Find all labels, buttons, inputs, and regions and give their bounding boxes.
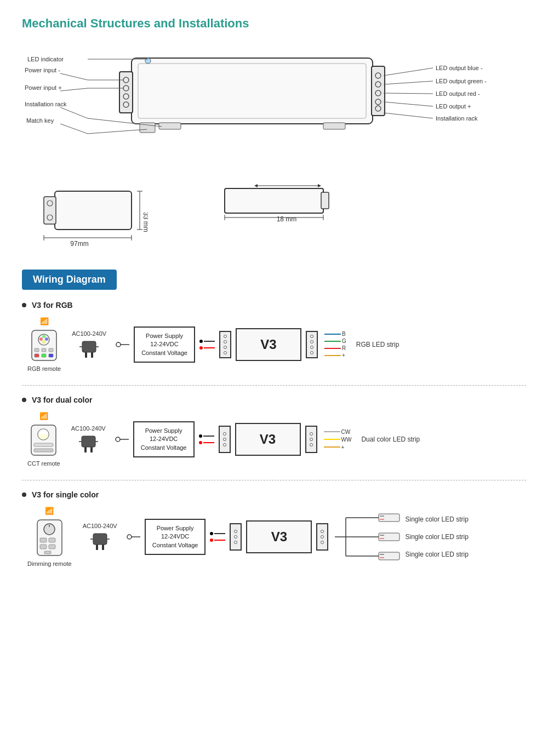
ps-box-dual: Power Supply 12-24VDC Constant Voltage [133, 421, 195, 457]
svg-text:LED output red -: LED output red - [436, 90, 480, 97]
svg-text:18 mm: 18 mm [277, 215, 297, 223]
svg-rect-113 [379, 514, 399, 522]
svg-rect-102 [102, 545, 104, 550]
rgb-remote-label: RGB remote [27, 365, 61, 372]
svg-rect-96 [49, 538, 55, 542]
dimension-views: 97mm 33 mm 18 mm [38, 180, 526, 253]
circuit-dual-row: 📶 CCT remote AC100-240V [22, 412, 526, 467]
v3-box-single: V3 [246, 520, 312, 553]
mechanical-svg: LED indicator Power input - Power input … [22, 42, 537, 168]
svg-point-67 [42, 340, 45, 343]
svg-rect-99 [44, 551, 51, 554]
svg-line-29 [60, 124, 88, 134]
svg-text:33 mm: 33 mm [142, 212, 148, 232]
dim-view-front: 97mm 33 mm [38, 180, 148, 253]
svg-text:Power input +: Power input + [25, 84, 62, 91]
svg-line-28 [88, 129, 147, 134]
svg-rect-72 [42, 354, 46, 357]
ps-to-v3-wire-dual [199, 434, 214, 444]
svg-text:LED output green -: LED output green - [436, 78, 487, 84]
v3-output-connector-rgb [306, 331, 318, 358]
wifi-icon-rgb: 📶 [40, 317, 49, 325]
svg-rect-83 [34, 443, 53, 446]
wiring-diagram-header: Wiring Diagram [22, 270, 117, 290]
single-strip-3: Single color LED strip [405, 551, 468, 558]
circuit-single-label: V3 for single color [22, 490, 526, 499]
ps-box-rgb: Power Supply 12-24VDC Constant Voltage [134, 327, 195, 363]
svg-rect-70 [49, 348, 53, 352]
bullet-single [22, 492, 26, 497]
v3-output-connector-dual [305, 426, 317, 453]
svg-rect-76 [91, 352, 93, 358]
wiring-section-rgb: V3 for RGB 📶 RGB remote AC [22, 301, 526, 372]
svg-line-26 [60, 107, 88, 118]
single-branch-svg [335, 509, 401, 564]
svg-rect-95 [40, 538, 47, 542]
v3-output-connector-single [316, 523, 328, 551]
svg-rect-71 [35, 354, 39, 357]
dimming-remote-label: Dimming remote [27, 560, 72, 567]
svg-line-20 [60, 73, 88, 80]
svg-marker-56 [254, 184, 258, 187]
svg-point-65 [42, 335, 45, 338]
v3-box-dual: V3 [235, 423, 301, 456]
circuit-dual-label: V3 for dual color [22, 396, 526, 404]
svg-rect-15 [323, 123, 345, 129]
plug-svg-single [90, 529, 110, 551]
svg-rect-85 [82, 436, 95, 447]
ac-block-single: AC100-240V [83, 523, 117, 551]
wire-to-ps-dual [112, 431, 129, 448]
ps-to-v3-wire-single [210, 532, 225, 542]
svg-text:Installation rack: Installation rack [25, 101, 67, 107]
svg-rect-53 [225, 188, 323, 213]
output-wires-single [335, 509, 401, 564]
cct-remote-svg [28, 422, 59, 458]
svg-text:Installation rack: Installation rack [436, 115, 478, 122]
svg-rect-87 [90, 447, 93, 453]
svg-rect-68 [35, 348, 39, 352]
dim-top-svg: 18 mm [214, 180, 351, 235]
circuit-rgb-label: V3 for RGB [22, 301, 526, 310]
svg-rect-116 [379, 533, 399, 541]
svg-rect-2 [119, 72, 133, 113]
plug-svg-dual [79, 432, 98, 454]
rgb-strip-label: RGB LED strip [356, 341, 399, 348]
ac-block-dual: AC100-240V [71, 425, 106, 454]
svg-rect-98 [49, 545, 55, 549]
wire-to-ps-single [124, 529, 140, 545]
svg-point-90 [116, 437, 120, 442]
svg-rect-97 [40, 545, 47, 549]
single-strip-labels: Single color LED strip Single color LED … [402, 516, 468, 558]
circuit-single-row: 📶 Dimming remote AC100-240V [22, 507, 526, 567]
circuit-rgb-row: 📶 RGB remote AC100-240V [22, 317, 526, 372]
bullet-dual [22, 398, 26, 402]
svg-rect-7 [372, 66, 385, 116]
wiring-section-single: V3 for single color 📶 Dimming remote AC1… [22, 490, 526, 567]
output-wires-rgb: B G R + [324, 331, 346, 358]
cct-remote-wrap: 📶 CCT remote [27, 412, 60, 467]
wiring-section-dual: V3 for dual color 📶 CCT remote AC100-240… [22, 396, 526, 467]
svg-text:LED output blue -: LED output blue - [436, 65, 483, 71]
svg-point-64 [39, 337, 43, 341]
svg-rect-101 [96, 545, 98, 550]
svg-text:97mm: 97mm [70, 240, 88, 248]
svg-line-35 [384, 93, 433, 94]
wifi-icon-single: 📶 [45, 507, 54, 515]
ps-to-v3-wire-rgb [199, 340, 215, 350]
svg-line-23 [60, 88, 88, 91]
cct-remote-label: CCT remote [27, 460, 60, 467]
svg-text:Power input -: Power input - [25, 67, 60, 73]
plug-svg-rgb [79, 337, 99, 359]
svg-point-66 [45, 337, 48, 341]
svg-rect-0 [132, 58, 373, 124]
mechanical-diagram: LED indicator Power input - Power input … [22, 42, 526, 169]
svg-rect-41 [55, 191, 132, 230]
v3-box-rgb: V3 [236, 328, 301, 361]
bullet-rgb [22, 303, 26, 307]
output-wires-dual: CW WW + [324, 429, 352, 450]
dual-strip-label: Dual color LED strip [361, 436, 420, 443]
svg-rect-73 [49, 354, 53, 357]
svg-marker-57 [318, 184, 321, 187]
svg-text:LED indicator: LED indicator [27, 56, 64, 62]
svg-line-31 [384, 68, 433, 76]
